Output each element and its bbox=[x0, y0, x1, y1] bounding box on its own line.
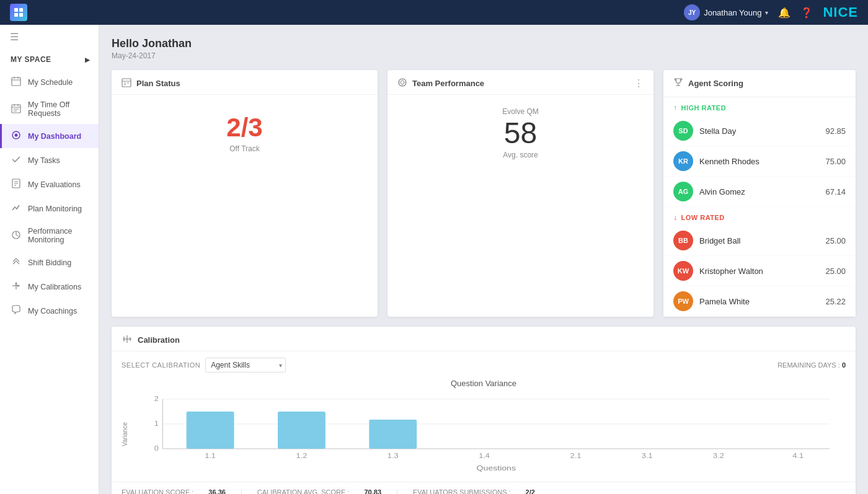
sidebar-item-my-schedule[interactable]: My Schedule bbox=[0, 70, 99, 94]
plan-monitoring-icon bbox=[11, 203, 22, 214]
user-dropdown-icon[interactable]: ▾ bbox=[765, 9, 768, 16]
high-rated-label: ↑ HIGH RATED bbox=[663, 97, 856, 116]
agent-row-kristopher: KW Kristopher Walton 25.00 bbox=[663, 256, 856, 286]
team-perf-score: 58 bbox=[397, 118, 644, 148]
coachings-icon bbox=[11, 305, 22, 317]
agent-avatar-sd: SD bbox=[673, 121, 693, 141]
calibration-select-group: SELECT CALIBRATION Agent Skills bbox=[122, 358, 286, 373]
svg-text:1.1: 1.1 bbox=[205, 452, 216, 459]
plan-status-icon bbox=[122, 77, 131, 89]
sidebar-item-dashboard[interactable]: My Dashboard bbox=[0, 124, 99, 148]
bar-chart-svg: 2 1 0 1.1 1.2 1.3 bbox=[131, 393, 846, 474]
sidebar-toggle[interactable]: ☰ bbox=[0, 25, 99, 49]
svg-rect-2 bbox=[14, 13, 18, 17]
agent-score-alvin: 67.14 bbox=[825, 187, 846, 196]
sidebar-item-time-off[interactable]: My Time Off Requests bbox=[0, 94, 99, 124]
cards-column: Plan Status 2/3 Off Track bbox=[112, 70, 653, 317]
agent-row-bridget: BB Bridget Ball 25.00 bbox=[663, 226, 856, 256]
calibrations-icon bbox=[11, 281, 22, 293]
sidebar-item-tasks[interactable]: My Tasks bbox=[0, 148, 99, 172]
agent-row-pamela: PW Pamela White 25.22 bbox=[663, 286, 856, 317]
agent-avatar-kr: KR bbox=[673, 151, 693, 171]
agent-name-alvin: Alvin Gomez bbox=[699, 187, 825, 196]
plan-status-label: Off Track bbox=[122, 144, 368, 153]
plan-status-card: Plan Status 2/3 Off Track bbox=[112, 70, 378, 317]
calib-avg-value: 70.83 bbox=[364, 488, 381, 494]
svg-text:1.3: 1.3 bbox=[388, 452, 399, 459]
evaluators-value: 2/2 bbox=[526, 488, 535, 494]
svg-rect-25 bbox=[122, 79, 131, 87]
team-perf-source: Evolve QM bbox=[397, 107, 644, 116]
sidebar-item-evaluations[interactable]: My Evaluations bbox=[0, 172, 99, 196]
team-perf-title: Team Performance bbox=[397, 77, 484, 89]
calibration-select[interactable]: Agent Skills bbox=[205, 358, 286, 373]
team-perf-menu-icon[interactable]: ⋮ bbox=[634, 77, 644, 89]
user-info[interactable]: JY Jonathan Young ▾ bbox=[684, 4, 768, 20]
agent-scoring-panel: Agent Scoring ↑ HIGH RATED SD Stella Day… bbox=[663, 70, 856, 317]
trophy-icon bbox=[673, 77, 683, 89]
evaluations-icon bbox=[11, 179, 22, 190]
help-icon[interactable]: ❓ bbox=[800, 7, 813, 19]
header-right: JY Jonathan Young ▾ 🔔 ❓ NICE bbox=[684, 4, 858, 20]
greeting-text: Hello Jonathan bbox=[112, 37, 856, 50]
sidebar-timeoff-label: My Time Off Requests bbox=[28, 100, 90, 118]
sidebar-item-shift-bidding[interactable]: Shift Bidding bbox=[0, 250, 99, 275]
perf-monitoring-icon bbox=[11, 230, 22, 242]
schedule-icon bbox=[11, 76, 22, 88]
team-perf-title-text: Team Performance bbox=[412, 79, 484, 88]
app-logo bbox=[10, 4, 27, 21]
calibration-footer: EVALUATION SCORE : 36.36 | CALIBRATION A… bbox=[112, 482, 856, 494]
agent-row-alvin: AG Alvin Gomez 67.14 bbox=[663, 177, 856, 207]
agent-score-bridget: 25.00 bbox=[825, 236, 846, 245]
agent-scoring-header: Agent Scoring bbox=[663, 70, 856, 97]
bell-icon[interactable]: 🔔 bbox=[778, 7, 790, 19]
calibration-select-label: SELECT CALIBRATION bbox=[122, 361, 200, 369]
agent-scoring-title: Agent Scoring bbox=[688, 79, 743, 88]
svg-point-24 bbox=[17, 285, 19, 287]
main-content: Hello Jonathan May-24-2017 bbox=[99, 25, 868, 494]
svg-rect-1 bbox=[19, 8, 23, 12]
svg-text:4.1: 4.1 bbox=[792, 452, 804, 459]
calibration-header: Calibration bbox=[112, 327, 856, 351]
calibration-chart: Question Variance Variance bbox=[112, 379, 856, 482]
calibration-select-wrapper: Agent Skills bbox=[205, 358, 286, 373]
sidebar-perfmonitoring-label: Performance Monitoring bbox=[28, 227, 90, 244]
arrow-up-icon: ↑ bbox=[673, 104, 678, 112]
page-greeting: Hello Jonathan May-24-2017 bbox=[112, 37, 856, 60]
svg-text:1.4: 1.4 bbox=[479, 452, 490, 459]
low-rated-label: ↓ LOW RATED bbox=[663, 207, 856, 226]
svg-text:3.1: 3.1 bbox=[642, 452, 653, 459]
svg-text:Questions: Questions bbox=[477, 464, 516, 472]
calibration-controls: SELECT CALIBRATION Agent Skills REMAININ… bbox=[112, 351, 856, 379]
svg-rect-52 bbox=[278, 412, 326, 449]
calibration-title: Calibration bbox=[122, 334, 180, 346]
team-perf-icon bbox=[397, 77, 407, 89]
agent-row-kenneth: KR Kenneth Rhodes 75.00 bbox=[663, 146, 856, 177]
remaining-days-value: 0 bbox=[842, 361, 846, 369]
sidebar: ☰ MY SPACE ▶ My Schedule bbox=[0, 25, 99, 494]
plan-status-title: Plan Status bbox=[122, 77, 180, 89]
plan-status-title-text: Plan Status bbox=[136, 79, 180, 88]
sidebar-tasks-label: My Tasks bbox=[28, 156, 60, 165]
calibration-card: Calibration SELECT CALIBRATION Agent Ski… bbox=[112, 327, 856, 494]
sidebar-shiftbidding-label: Shift Bidding bbox=[28, 258, 71, 267]
agent-score-pamela: 25.22 bbox=[825, 297, 846, 306]
sidebar-parent-myspace[interactable]: MY SPACE ▶ bbox=[0, 49, 99, 70]
sidebar-myspace-label: MY SPACE bbox=[11, 55, 51, 64]
svg-rect-3 bbox=[19, 13, 23, 17]
greeting-date: May-24-2017 bbox=[112, 51, 856, 60]
svg-text:1: 1 bbox=[154, 420, 159, 426]
agent-row-stella: SD Stella Day 92.85 bbox=[663, 116, 856, 146]
team-perf-avg: Avg. score bbox=[397, 151, 644, 159]
sidebar-calibrations-label: My Calibrations bbox=[28, 283, 81, 291]
sidebar-item-plan-monitoring[interactable]: Plan Monitoring bbox=[0, 196, 99, 221]
top-header: JY Jonathan Young ▾ 🔔 ❓ NICE bbox=[0, 0, 868, 25]
evaluators-label: EVALUATORS SUBMISSIONS : bbox=[413, 488, 511, 494]
svg-text:2.1: 2.1 bbox=[570, 452, 582, 459]
sidebar-item-calibrations[interactable]: My Calibrations bbox=[0, 275, 99, 299]
sidebar-item-performance-monitoring[interactable]: Performance Monitoring bbox=[0, 221, 99, 250]
svg-text:1.2: 1.2 bbox=[296, 452, 308, 459]
plan-status-fraction: 2/3 bbox=[122, 113, 368, 142]
sidebar-item-coachings[interactable]: My Coachings bbox=[0, 299, 99, 323]
agent-name-bridget: Bridget Ball bbox=[699, 236, 825, 245]
